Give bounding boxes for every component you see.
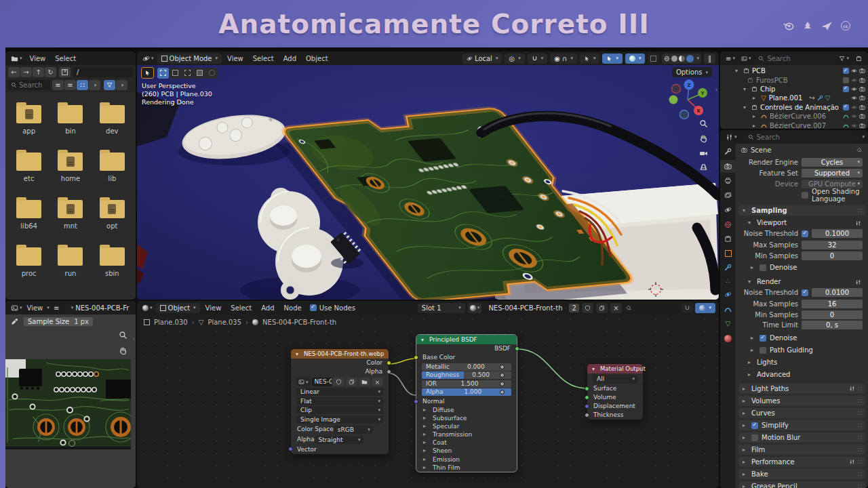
tab-render[interactable] xyxy=(720,160,736,173)
shader-add-menu[interactable]: Add xyxy=(257,304,278,312)
material-slot-dropdown[interactable]: Slot 1▾ xyxy=(418,303,465,313)
pan-hand-icon[interactable] xyxy=(119,346,127,355)
curves-section[interactable]: ▸Curves∷ xyxy=(738,408,865,418)
nav-back-button[interactable]: ← xyxy=(8,67,20,77)
camera-icon[interactable] xyxy=(859,104,865,110)
nav-forward-button[interactable]: → xyxy=(20,67,32,77)
path-guiding-section[interactable]: ▸Path Guiding xyxy=(747,345,865,355)
vector-input-socket[interactable] xyxy=(288,447,293,451)
motion-blur-checkbox[interactable] xyxy=(751,434,758,441)
outliner-search-input[interactable] xyxy=(755,54,835,64)
outliner-filter-button[interactable]: ▾ xyxy=(837,54,851,64)
tab-modifiers[interactable] xyxy=(724,264,732,271)
file-item[interactable]: opt xyxy=(92,197,132,230)
fake-user-button[interactable] xyxy=(582,303,593,313)
file-item[interactable]: lib64 xyxy=(9,197,50,230)
time-limit-field[interactable]: 0, s xyxy=(802,321,863,329)
eye-icon[interactable] xyxy=(851,77,857,83)
shader-snap-button[interactable] xyxy=(682,303,693,313)
render-noise-threshold-checkbox[interactable] xyxy=(802,289,808,296)
camera-icon[interactable] xyxy=(859,86,865,92)
volume-input-socket[interactable] xyxy=(585,395,589,400)
image-texture-node[interactable]: ▾NES-004-PCB-Front-th.webp Color Alpha ▾… xyxy=(290,348,389,455)
bsdf-section-subsurface[interactable]: ▸Subsurface xyxy=(416,414,517,422)
tab-data[interactable]: ▽ xyxy=(726,320,731,327)
render-denoise-checkbox[interactable] xyxy=(760,335,766,342)
use-nodes-checkbox[interactable] xyxy=(310,304,317,311)
render-min-samples-field[interactable]: 0 xyxy=(802,310,863,319)
camera-icon[interactable] xyxy=(859,123,865,129)
viewport-options-dropdown[interactable]: Options▾ xyxy=(672,67,712,77)
file-item[interactable]: run xyxy=(50,244,91,277)
properties-search-input[interactable] xyxy=(745,132,856,142)
shader-view-menu[interactable]: View xyxy=(201,304,226,312)
collapsed-menus-button[interactable]: ≡ xyxy=(51,303,62,313)
region-collapse-arrow[interactable]: ‹ xyxy=(133,336,135,342)
shading-material-button[interactable] xyxy=(679,56,685,62)
viewport-noise-threshold-checkbox[interactable] xyxy=(802,230,808,237)
file-item[interactable]: app xyxy=(9,102,50,135)
collection-checkbox[interactable] xyxy=(843,68,849,74)
tab-output[interactable] xyxy=(724,177,732,184)
eye-icon[interactable] xyxy=(851,95,857,101)
pivot-point-dropdown[interactable]: ◎▾ xyxy=(505,54,524,64)
metallic-slider[interactable]: Metallic0.000 xyxy=(422,363,511,371)
output-target-dropdown[interactable]: All xyxy=(593,375,637,384)
motion-blur-section[interactable]: ▸Motion Blur∷ xyxy=(738,432,865,443)
alpha-input-socket[interactable] xyxy=(500,390,505,394)
viewport-min-samples-field[interactable]: 0 xyxy=(802,251,863,260)
roughness-input-socket[interactable] xyxy=(500,373,505,378)
path-input[interactable] xyxy=(73,67,133,77)
file-browser-view-menu[interactable]: View xyxy=(26,55,50,62)
advanced-section[interactable]: ▸Advanced xyxy=(744,369,865,380)
outliner-row-beziercurve007[interactable]: ▸ BézierCurve.007 xyxy=(720,121,868,129)
viewport-render[interactable] xyxy=(137,65,719,300)
image-name-field[interactable]: NES-004-PCB... xyxy=(312,378,332,386)
performance-section[interactable]: ▸Performance∷ xyxy=(738,457,865,467)
sidebar-collapse-arrow[interactable]: ‹ xyxy=(715,87,717,93)
camera-icon[interactable] xyxy=(859,68,865,74)
bsdf-section-coat[interactable]: ▸Coat xyxy=(416,439,517,447)
thickness-input-socket[interactable] xyxy=(585,413,589,418)
pcb-texture-preview[interactable] xyxy=(5,359,131,449)
new-material-button[interactable] xyxy=(596,303,608,313)
properties-editor-type-button[interactable]: ▾ xyxy=(724,132,739,142)
shader-node-menu[interactable]: Node xyxy=(280,304,306,312)
sampling-render-section[interactable]: ▾Render xyxy=(744,277,865,287)
osl-checkbox[interactable] xyxy=(802,192,808,199)
viewport-noise-threshold-field[interactable]: 0.1000 xyxy=(812,229,863,238)
outliner-row-beziercurve006[interactable]: ▸ BézierCurve.006 xyxy=(720,112,868,121)
base-color-input-socket[interactable] xyxy=(414,355,418,360)
normal-input-socket[interactable] xyxy=(414,399,418,404)
alpha-output-socket[interactable] xyxy=(387,369,391,374)
snap-dropdown[interactable]: ▾ xyxy=(528,54,548,64)
image-view-menu[interactable]: View xyxy=(26,304,45,312)
filter-toggle-button[interactable] xyxy=(104,80,115,90)
tab-scene[interactable] xyxy=(724,206,732,214)
xray-toggle-button[interactable] xyxy=(648,54,659,64)
viewport-select-menu[interactable]: Select xyxy=(249,55,278,62)
roughness-slider[interactable]: Roughness0.500 xyxy=(422,371,511,379)
camera-icon[interactable] xyxy=(859,113,865,119)
surface-input-socket[interactable] xyxy=(585,386,589,391)
interpolation-dropdown[interactable]: Linear xyxy=(296,388,383,396)
bake-section[interactable]: ▸Bake∷ xyxy=(738,469,865,479)
grease-pencil-section[interactable]: ▸Grease Pencil∷ xyxy=(738,481,865,488)
file-item[interactable]: home xyxy=(50,149,91,182)
outliner-row-plane001[interactable]: ▸▽ Plane.001 ↪ ▽ xyxy=(720,94,868,102)
color-space-dropdown[interactable]: sRGB xyxy=(334,426,373,434)
image-fake-user-button[interactable] xyxy=(333,378,344,386)
display-size-dropdown[interactable]: ▾ xyxy=(89,80,100,90)
ior-input-socket[interactable] xyxy=(500,382,505,386)
simplify-checkbox[interactable] xyxy=(751,422,758,429)
light-paths-section[interactable]: ▸Light Paths∷ xyxy=(738,384,865,394)
eye-icon[interactable] xyxy=(851,123,857,129)
viewport-max-samples-field[interactable]: 32 xyxy=(802,241,863,249)
file-item[interactable]: etc xyxy=(9,149,50,182)
material-output-node[interactable]: ▾Material Output All Surface Volume Disp… xyxy=(587,363,644,420)
alpha-slider[interactable]: Alpha1.000 xyxy=(422,388,511,396)
selectability-dropdown[interactable]: ▾ xyxy=(580,54,600,64)
collection-checkbox[interactable] xyxy=(843,77,849,83)
pin-icon[interactable] xyxy=(626,305,632,311)
bsdf-section-transmission[interactable]: ▸Transmission xyxy=(416,430,517,439)
